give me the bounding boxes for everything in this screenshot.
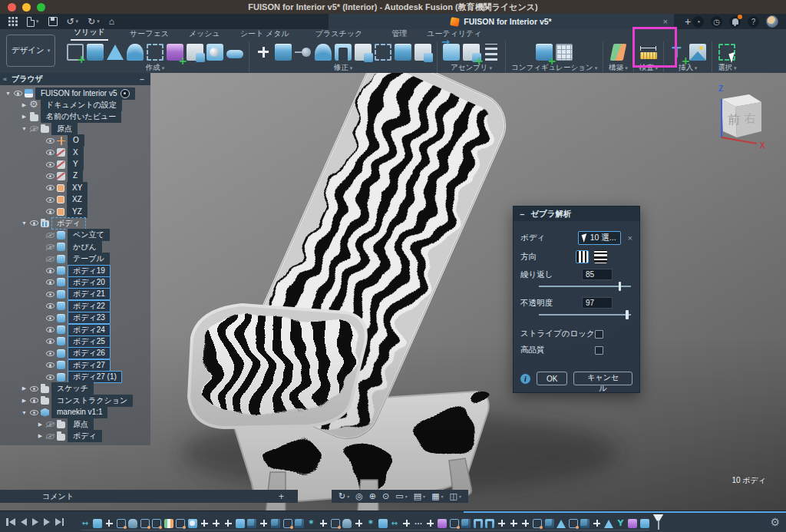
create-sketch-icon[interactable]: [67, 44, 84, 61]
timeline-purple-icon[interactable]: [628, 519, 637, 528]
timeline-sketch-icon[interactable]: [569, 519, 578, 528]
timeline-patch-icon[interactable]: [128, 519, 137, 528]
offset-face-icon[interactable]: [395, 44, 411, 61]
tree-item-label[interactable]: ボディ20: [68, 276, 111, 289]
expander-icon[interactable]: ▼: [21, 126, 28, 131]
visibility-on-icon[interactable]: [46, 185, 54, 190]
clear-selection-icon[interactable]: ×: [628, 233, 632, 243]
visibility-off-icon[interactable]: [46, 256, 54, 262]
tree-item-label[interactable]: 原点: [51, 123, 78, 135]
tree-item-label[interactable]: ペン立て: [68, 229, 110, 241]
insert-text-icon[interactable]: [669, 44, 686, 61]
pan-icon[interactable]: ⊕: [367, 491, 378, 501]
expander-icon[interactable]: ▼: [5, 91, 12, 96]
view-cube-front-label[interactable]: 前: [728, 113, 740, 126]
visibility-on-icon[interactable]: [30, 398, 38, 403]
step-forward-button[interactable]: [44, 518, 50, 526]
info-icon[interactable]: i: [520, 374, 530, 384]
timeline-body-icon[interactable]: [236, 519, 245, 528]
create-frame-icon[interactable]: [147, 44, 163, 61]
tree-row[interactable]: ▶ボディ: [0, 430, 150, 441]
visibility-on-icon[interactable]: [30, 386, 38, 392]
tree-item-label[interactable]: ボディ27 (1): [68, 371, 122, 383]
opacity-input[interactable]: 97: [582, 297, 613, 309]
minimize-panel-icon[interactable]: −: [140, 75, 144, 84]
timeline-move-icon[interactable]: [259, 519, 269, 528]
timeline-body-dark-icon[interactable]: [461, 519, 471, 528]
visibility-on-icon[interactable]: [46, 268, 54, 273]
tree-row[interactable]: ▶原点: [0, 418, 150, 430]
timeline-move-icon[interactable]: [402, 519, 411, 528]
activate-component-icon[interactable]: [121, 89, 130, 98]
fit-icon[interactable]: ▭▾: [393, 491, 409, 501]
go-to-start-button[interactable]: [6, 518, 15, 526]
visibility-on-icon[interactable]: [46, 209, 54, 214]
timeline-move-icon[interactable]: [593, 519, 602, 528]
tree-item-label[interactable]: ボディ27: [68, 359, 111, 372]
tree-item-label[interactable]: Z: [68, 170, 83, 182]
visibility-on-icon[interactable]: [46, 292, 54, 297]
select-icon[interactable]: [718, 44, 735, 61]
timeline-sketch-icon[interactable]: [450, 519, 459, 528]
ribbon-tab-4[interactable]: シート メタル: [237, 28, 292, 41]
timeline-tri-icon[interactable]: [556, 520, 566, 528]
timeline-move-icon[interactable]: [200, 519, 209, 528]
horizontal-stripes-button[interactable]: [594, 250, 607, 263]
expander-icon[interactable]: ▶: [37, 421, 44, 428]
tree-item-label[interactable]: ボディ: [68, 430, 102, 442]
construct-plane-icon[interactable]: [610, 44, 627, 61]
timeline-purple-icon[interactable]: [438, 519, 447, 528]
timeline-revolve-icon[interactable]: [188, 519, 197, 528]
tree-item-label[interactable]: FUISON for Interior v5: [35, 88, 135, 100]
timeline-playhead[interactable]: [653, 514, 664, 530]
ribbon-tab-6[interactable]: 管理: [388, 28, 410, 41]
tree-item-label[interactable]: ボディ23: [68, 312, 111, 324]
tree-item-label[interactable]: O: [68, 134, 84, 147]
timeline-branch-icon[interactable]: [616, 519, 626, 528]
form-icon[interactable]: [167, 44, 183, 61]
tree-row[interactable]: ▶ドキュメントの設定: [0, 99, 150, 111]
repeat-input[interactable]: 85: [582, 269, 613, 280]
display-settings-icon[interactable]: ▤▾: [411, 491, 428, 501]
tree-row[interactable]: XY: [0, 182, 150, 193]
fillet-icon[interactable]: [315, 44, 332, 61]
visibility-on-icon[interactable]: [30, 220, 38, 226]
timeline-body-dark-icon[interactable]: [247, 519, 256, 528]
visibility-on-icon[interactable]: [46, 279, 54, 285]
tree-row[interactable]: ボディ27 (1): [0, 371, 150, 382]
timeline-shell-icon[interactable]: [474, 519, 483, 528]
measure-icon[interactable]: [640, 52, 657, 59]
tree-item-label[interactable]: ボディ21: [68, 288, 111, 300]
timeline-sketch-icon[interactable]: [140, 519, 150, 528]
view-cube[interactable]: 前 右 Z X: [702, 79, 772, 150]
help-icon[interactable]: ?: [748, 16, 759, 28]
primitive-icon[interactable]: [187, 44, 203, 61]
group-label[interactable]: 構築 ▾: [609, 63, 627, 73]
tree-item-label[interactable]: スケッチ: [51, 382, 94, 395]
timeline-body-dark-icon[interactable]: [580, 519, 590, 528]
step-back-button[interactable]: [21, 518, 27, 526]
tree-row[interactable]: ▶名前の付いたビュー: [0, 111, 150, 123]
visibility-on-icon[interactable]: [30, 410, 38, 415]
timeline-move-icon[interactable]: [497, 519, 507, 528]
insert-canvas-icon[interactable]: [689, 44, 706, 61]
timeline-sketch-icon[interactable]: [117, 519, 126, 528]
ribbon-tab-5[interactable]: プラスチック: [312, 28, 365, 41]
timeline-sketch-icon[interactable]: [283, 519, 292, 528]
tree-row[interactable]: ボディ22: [0, 300, 150, 312]
timeline-move-icon[interactable]: [223, 519, 233, 528]
new-tab-button[interactable]: +: [685, 15, 691, 28]
timeline-move-icon[interactable]: [212, 519, 221, 528]
cone-icon[interactable]: [107, 45, 124, 60]
comment-bar[interactable]: コメント +: [0, 490, 298, 503]
tree-item-label[interactable]: ボディ24: [68, 324, 111, 336]
tree-row[interactable]: ボディ27: [0, 359, 150, 371]
tree-row[interactable]: ボディ19: [0, 265, 150, 276]
timeline-body-dark-icon[interactable]: [271, 519, 280, 528]
timeline-sketch-icon[interactable]: [152, 519, 161, 528]
group-label[interactable]: 検査 ▾: [639, 63, 658, 73]
tree-row[interactable]: ▼FUISON for Interior v5: [0, 88, 150, 99]
repeat-slider[interactable]: [539, 282, 631, 291]
visibility-on-icon[interactable]: [46, 303, 54, 309]
timeline-sketch-icon[interactable]: [331, 519, 340, 528]
